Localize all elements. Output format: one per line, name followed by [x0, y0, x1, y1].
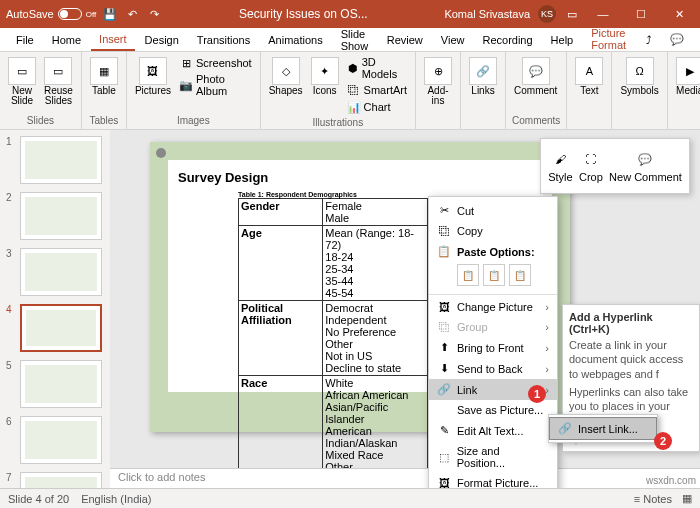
- autosave-toggle[interactable]: AutoSave Off: [6, 8, 96, 20]
- thumb-6[interactable]: [20, 416, 102, 464]
- comment-button[interactable]: 💬Comment: [512, 55, 559, 98]
- slide-title: Survey Design: [178, 170, 542, 185]
- thumbnail-panel[interactable]: 1 2 3 4 5 6 7: [0, 130, 110, 488]
- thumb-1[interactable]: [20, 136, 102, 184]
- ctx-paste-options-header: 📋Paste Options:: [429, 241, 557, 262]
- ribbon: ▭New Slide ▭Reuse Slides Slides ▦Table T…: [0, 52, 700, 130]
- reuse-slides-button[interactable]: ▭Reuse Slides: [42, 55, 75, 108]
- status-bar: Slide 4 of 20 English (India) ≡ Notes ▦: [0, 488, 700, 508]
- watermark: wsxdn.com: [646, 475, 696, 486]
- tooltip-title: Add a Hyperlink (Ctrl+K): [569, 311, 693, 335]
- crop-button[interactable]: ⛶Crop: [579, 149, 603, 183]
- new-comment-button[interactable]: 💬New Comment: [609, 149, 682, 183]
- toggle-icon: [58, 8, 82, 20]
- tooltip-body1: Create a link in your document quick acc…: [569, 338, 693, 381]
- tab-slideshow[interactable]: Slide Show: [333, 24, 377, 56]
- pictures-button[interactable]: 🖼Pictures: [133, 55, 173, 98]
- paste-opt-3[interactable]: 📋: [509, 264, 531, 286]
- ctx-send-back[interactable]: ⬇Send to Back›: [429, 358, 557, 379]
- paste-icon: 📋: [437, 245, 451, 258]
- paste-opt-2[interactable]: 📋: [483, 264, 505, 286]
- tab-file[interactable]: File: [8, 30, 42, 50]
- tab-transitions[interactable]: Transitions: [189, 30, 258, 50]
- group-tables: Tables: [88, 113, 120, 126]
- marker-1: 1: [528, 385, 546, 403]
- doc-title: Security Issues on OS...: [162, 7, 444, 21]
- smartart-button[interactable]: ⿻SmartArt: [345, 82, 409, 98]
- cut-icon: ✂: [437, 204, 451, 217]
- notes-pane[interactable]: Click to add notes: [110, 468, 700, 488]
- links-button[interactable]: 🔗Links: [467, 55, 499, 98]
- thumb-3[interactable]: [20, 248, 102, 296]
- save-icon[interactable]: 💾: [102, 6, 118, 22]
- avatar[interactable]: KS: [538, 5, 556, 23]
- comments-button[interactable]: 💬: [662, 29, 692, 50]
- link-icon: 🔗: [558, 422, 572, 435]
- mini-toolbar: 🖌Style ⛶Crop 💬New Comment: [540, 138, 690, 194]
- context-menu: ✂Cut ⿻Copy 📋Paste Options: 📋 📋 📋 🖼Change…: [428, 196, 558, 497]
- ribbon-options-icon[interactable]: ▭: [564, 6, 580, 22]
- autosave-state: Off: [86, 10, 97, 19]
- redo-icon[interactable]: ↷: [146, 6, 162, 22]
- symbols-button[interactable]: ΩSymbols: [618, 55, 660, 98]
- pin-icon: [156, 148, 166, 158]
- change-picture-icon: 🖼: [437, 301, 451, 313]
- view-normal-icon[interactable]: ▦: [682, 492, 692, 505]
- link-icon: 🔗: [437, 383, 451, 396]
- tab-insert[interactable]: Insert: [91, 29, 135, 51]
- ctx-save-as-picture[interactable]: Save as Picture...: [429, 400, 557, 420]
- ctx-bring-front[interactable]: ⬆Bring to Front›: [429, 337, 557, 358]
- chart-button[interactable]: 📊Chart: [345, 99, 409, 115]
- alt-text-icon: ✎: [437, 424, 451, 437]
- group-comments: Comments: [512, 113, 560, 126]
- ctx-edit-alt[interactable]: ✎Edit Alt Text...: [429, 420, 557, 441]
- share-button[interactable]: ⤴: [638, 30, 660, 50]
- tab-recording[interactable]: Recording: [474, 30, 540, 50]
- notes-button[interactable]: ≡ Notes: [634, 493, 672, 505]
- group-illustrations: Illustrations: [267, 115, 409, 128]
- send-back-icon: ⬇: [437, 362, 451, 375]
- paste-opt-1[interactable]: 📋: [457, 264, 479, 286]
- addins-button[interactable]: ⊕Add-ins: [422, 55, 454, 108]
- demographics-table[interactable]: GenderFemale MaleAgeMean (Range: 18-72) …: [238, 198, 428, 488]
- ctx-group[interactable]: ⿻Group›: [429, 317, 557, 337]
- photo-album-button[interactable]: 📷Photo Album: [177, 72, 254, 98]
- group-images: Images: [133, 113, 254, 126]
- tab-review[interactable]: Review: [379, 30, 431, 50]
- ctx-size-position[interactable]: ⬚Size and Position...: [429, 441, 557, 473]
- 3d-models-button[interactable]: ⬢3D Models: [345, 55, 409, 81]
- media-button[interactable]: ▶Media: [674, 55, 700, 98]
- slide-counter[interactable]: Slide 4 of 20: [8, 493, 69, 505]
- tab-home[interactable]: Home: [44, 30, 89, 50]
- text-button[interactable]: AText: [573, 55, 605, 98]
- tab-view[interactable]: View: [433, 30, 473, 50]
- ctx-copy[interactable]: ⿻Copy: [429, 221, 557, 241]
- marker-2: 2: [654, 432, 672, 450]
- copy-icon: ⿻: [437, 225, 451, 237]
- tab-help[interactable]: Help: [543, 30, 582, 50]
- table-button[interactable]: ▦Table: [88, 55, 120, 98]
- close-button[interactable]: ✕: [664, 0, 694, 28]
- language[interactable]: English (India): [81, 493, 151, 505]
- insert-link-item[interactable]: 🔗Insert Link...: [549, 417, 657, 440]
- thumb-7[interactable]: [20, 472, 102, 488]
- tab-animations[interactable]: Animations: [260, 30, 330, 50]
- group-icon: ⿻: [437, 321, 451, 333]
- shapes-button[interactable]: ◇Shapes: [267, 55, 305, 98]
- autosave-label: AutoSave: [6, 8, 54, 20]
- user-name: Komal Srivastava: [444, 8, 530, 20]
- ctx-change-picture[interactable]: 🖼Change Picture›: [429, 297, 557, 317]
- icons-button[interactable]: ✦Icons: [309, 55, 341, 98]
- size-icon: ⬚: [437, 451, 451, 464]
- new-slide-button[interactable]: ▭New Slide: [6, 55, 38, 108]
- thumb-2[interactable]: [20, 192, 102, 240]
- thumb-4[interactable]: [20, 304, 102, 352]
- ribbon-tabs: File Home Insert Design Transitions Anim…: [0, 28, 700, 52]
- thumb-5[interactable]: [20, 360, 102, 408]
- undo-icon[interactable]: ↶: [124, 6, 140, 22]
- bring-front-icon: ⬆: [437, 341, 451, 354]
- tab-design[interactable]: Design: [137, 30, 187, 50]
- screenshot-button[interactable]: ⊞Screenshot: [177, 55, 254, 71]
- ctx-cut[interactable]: ✂Cut: [429, 200, 557, 221]
- style-button[interactable]: 🖌Style: [548, 149, 572, 183]
